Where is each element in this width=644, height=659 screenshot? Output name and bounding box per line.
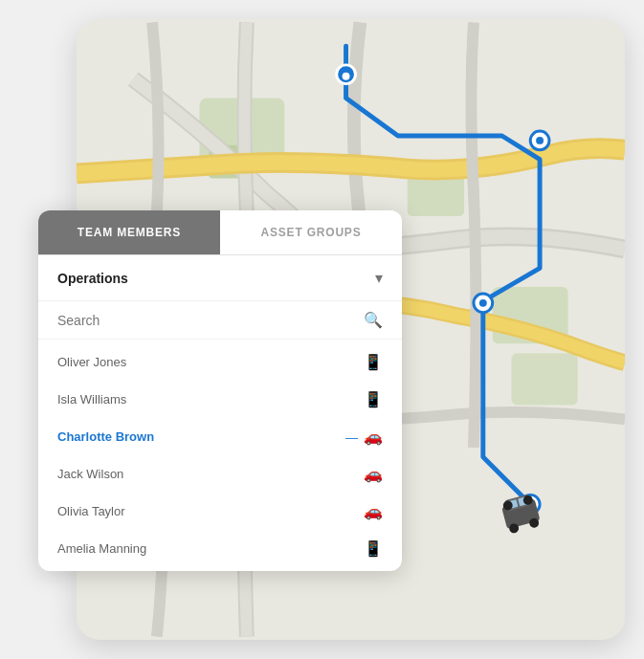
app-container: TEAM MEMBERS ASSET GROUPS Operations ▾ 🔍… xyxy=(0,0,644,659)
car-icon: 🚗 xyxy=(364,428,383,446)
dropdown-label: Operations xyxy=(57,271,128,286)
member-icons: 🚗 xyxy=(364,465,383,483)
member-icons: 📱 xyxy=(364,353,383,371)
member-icons: 📱 xyxy=(364,539,383,558)
table-row[interactable]: Amelia Manning 📱 xyxy=(38,530,402,567)
car-icon: 🚗 xyxy=(364,502,383,520)
table-row[interactable]: Charlotte Brown ⸻ 🚗 xyxy=(38,418,402,455)
car-icon: 🚗 xyxy=(364,465,383,483)
member-list: Oliver Jones 📱 Isla Williams 📱 Charlotte… xyxy=(38,340,402,571)
table-row[interactable]: Olivia Taylor 🚗 xyxy=(38,493,402,530)
member-name: Jack Wilson xyxy=(57,467,123,481)
member-name: Olivia Taylor xyxy=(57,504,125,518)
member-name: Amelia Manning xyxy=(57,541,146,556)
tab-team-members[interactable]: TEAM MEMBERS xyxy=(38,210,220,254)
phone-icon: 📱 xyxy=(364,539,383,558)
member-icons-active: ⸻ 🚗 xyxy=(344,428,383,446)
panel: TEAM MEMBERS ASSET GROUPS Operations ▾ 🔍… xyxy=(38,210,402,571)
member-name: Isla Williams xyxy=(57,392,126,406)
table-row[interactable]: Oliver Jones 📱 xyxy=(38,343,402,381)
svg-rect-6 xyxy=(511,353,577,405)
table-row[interactable]: Jack Wilson 🚗 xyxy=(38,455,402,493)
search-input[interactable] xyxy=(57,313,364,328)
member-name-active: Charlotte Brown xyxy=(57,429,154,444)
search-icon: 🔍 xyxy=(364,311,383,329)
phone-icon: 📱 xyxy=(364,390,383,408)
member-icons: 📱 xyxy=(364,390,383,408)
tab-asset-groups[interactable]: ASSET GROUPS xyxy=(220,210,402,254)
table-row[interactable]: Isla Williams 📱 xyxy=(38,381,402,418)
member-icons: 🚗 xyxy=(364,502,383,520)
search-row: 🔍 xyxy=(38,301,402,340)
svg-point-10 xyxy=(536,137,544,144)
svg-point-12 xyxy=(479,299,487,307)
svg-point-8 xyxy=(343,73,350,80)
tabs: TEAM MEMBERS ASSET GROUPS xyxy=(38,210,402,255)
location-icon: ⸻ xyxy=(344,429,358,445)
chevron-down-icon: ▾ xyxy=(375,269,383,287)
phone-icon: 📱 xyxy=(364,353,383,371)
member-name: Oliver Jones xyxy=(57,355,126,369)
operations-dropdown[interactable]: Operations ▾ xyxy=(38,255,402,301)
